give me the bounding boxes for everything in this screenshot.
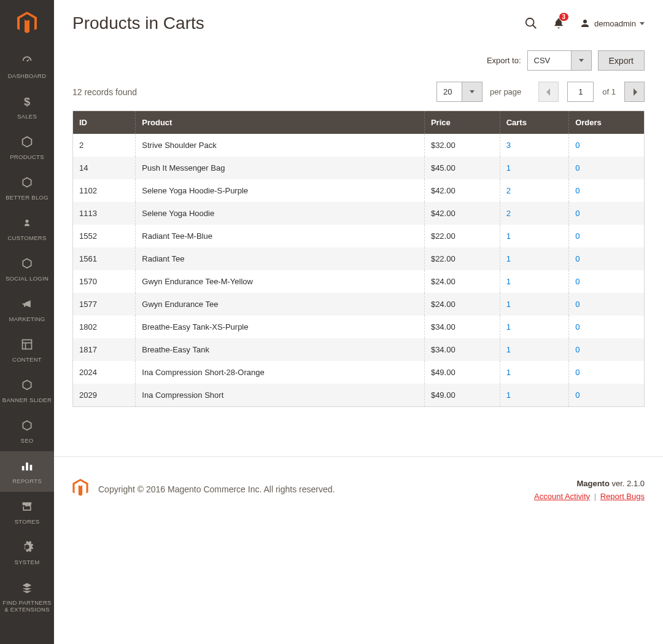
cell-carts[interactable]: 1 [500, 361, 569, 384]
cell-price: $49.00 [424, 361, 500, 384]
hexagon-icon [21, 174, 33, 191]
nav-sales[interactable]: $ SALES [0, 87, 54, 127]
cell-carts[interactable]: 1 [500, 316, 569, 338]
table-row[interactable]: 1113Selene Yoga Hoodie$42.0020 [73, 202, 645, 225]
chevron-down-icon [571, 51, 591, 70]
notifications-button[interactable]: 3 [552, 17, 565, 30]
nav-partners[interactable]: FIND PARTNERS & EXTENSIONS [0, 573, 54, 620]
account-activity-link[interactable]: Account Activity [534, 492, 590, 501]
cell-carts[interactable]: 1 [500, 338, 569, 361]
nav-bannerslider[interactable]: BANNER SLIDER [0, 370, 54, 411]
table-row[interactable]: 2024Ina Compression Short-28-Orange$49.0… [73, 361, 645, 384]
cell-price: $42.00 [424, 202, 500, 225]
magento-logo[interactable] [0, 0, 54, 46]
cell-orders[interactable]: 0 [569, 293, 645, 316]
table-row[interactable]: 1577Gwyn Endurance Tee$24.0010 [73, 293, 645, 316]
table-row[interactable]: 1561Radiant Tee$22.0010 [73, 247, 645, 270]
nav-reports[interactable]: REPORTS [0, 451, 54, 492]
page-size-select[interactable]: 20 [436, 82, 483, 102]
cell-price: $22.00 [424, 225, 500, 247]
nav-system[interactable]: SYSTEM [0, 532, 54, 573]
next-page-button[interactable] [624, 82, 645, 102]
export-button[interactable]: Export [598, 50, 645, 71]
table-row[interactable]: 1802Breathe-Easy Tank-XS-Purple$34.0010 [73, 316, 645, 338]
nav-betterblog[interactable]: BETTER BLOG [0, 168, 54, 208]
cell-orders[interactable]: 0 [569, 202, 645, 225]
cell-product: Selene Yoga Hoodie [136, 202, 425, 225]
page-number-input[interactable] [567, 82, 594, 102]
cell-orders[interactable]: 0 [569, 225, 645, 247]
cell-orders[interactable]: 0 [569, 361, 645, 384]
header-actions: 3 demoadmin [524, 17, 645, 30]
cell-product: Push It Messenger Bag [136, 157, 425, 179]
cell-product: Gwyn Endurance Tee [136, 293, 425, 316]
nav-seo[interactable]: SEO [0, 411, 54, 451]
search-icon[interactable] [524, 17, 538, 30]
records-count: 12 records found [72, 87, 137, 97]
col-header-price[interactable]: Price [424, 111, 500, 134]
cell-orders[interactable]: 0 [569, 247, 645, 270]
cell-orders[interactable]: 0 [569, 179, 645, 202]
col-header-id[interactable]: ID [73, 111, 136, 134]
dollar-icon: $ [21, 93, 33, 110]
table-row[interactable]: 2029Ina Compression Short$49.0010 [73, 384, 645, 407]
cell-orders[interactable]: 0 [569, 134, 645, 157]
col-header-product[interactable]: Product [136, 111, 425, 134]
cell-id: 1552 [73, 225, 136, 247]
report-bugs-link[interactable]: Report Bugs [600, 492, 645, 501]
cell-price: $24.00 [424, 293, 500, 316]
grid-toolbar: 12 records found 20 per page of 1 [54, 71, 663, 111]
hexagon-icon [21, 417, 33, 434]
nav-sociallogin[interactable]: SOCIAL LOGIN [0, 249, 54, 289]
table-row[interactable]: 2Strive Shoulder Pack$32.0030 [73, 134, 645, 157]
cell-carts[interactable]: 1 [500, 293, 569, 316]
cell-price: $45.00 [424, 157, 500, 179]
cell-id: 1817 [73, 338, 136, 361]
megaphone-icon [20, 295, 34, 312]
nav-content[interactable]: CONTENT [0, 330, 54, 370]
pager: of 1 [538, 82, 645, 102]
cell-orders[interactable]: 0 [569, 316, 645, 338]
cell-price: $24.00 [424, 270, 500, 293]
nav-products[interactable]: PRODUCTS [0, 127, 54, 168]
svg-text:$: $ [24, 95, 30, 108]
cell-product: Breathe-Easy Tank [136, 338, 425, 361]
nav-customers[interactable]: CUSTOMERS [0, 208, 54, 249]
copyright-text: Copyright © 2016 Magento Commerce Inc. A… [98, 484, 335, 494]
cell-product: Ina Compression Short-28-Orange [136, 361, 425, 384]
prev-page-button[interactable] [538, 82, 559, 102]
cell-carts[interactable]: 2 [500, 202, 569, 225]
svg-line-8 [533, 25, 537, 29]
table-row[interactable]: 1570Gwyn Endurance Tee-M-Yellow$24.0010 [73, 270, 645, 293]
nav-marketing[interactable]: MARKETING [0, 289, 54, 330]
cell-price: $22.00 [424, 247, 500, 270]
col-header-orders[interactable]: Orders [569, 111, 645, 134]
nav-dashboard[interactable]: DASHBOARD [0, 46, 54, 87]
user-menu[interactable]: demoadmin [580, 18, 645, 29]
export-format-select[interactable]: CSV [527, 50, 592, 71]
cell-carts[interactable]: 1 [500, 384, 569, 407]
cell-orders[interactable]: 0 [569, 157, 645, 179]
cell-carts[interactable]: 2 [500, 179, 569, 202]
cell-carts[interactable]: 1 [500, 157, 569, 179]
cell-orders[interactable]: 0 [569, 384, 645, 407]
person-icon [22, 214, 32, 231]
cell-product: Radiant Tee [136, 247, 425, 270]
cell-carts[interactable]: 1 [500, 225, 569, 247]
cell-orders[interactable]: 0 [569, 338, 645, 361]
table-row[interactable]: 1102Selene Yoga Hoodie-S-Purple$42.0020 [73, 179, 645, 202]
cell-carts[interactable]: 1 [500, 270, 569, 293]
sidebar: DASHBOARD $ SALES PRODUCTS BETTER BLOG C… [0, 0, 54, 644]
cell-price: $32.00 [424, 134, 500, 157]
cell-carts[interactable]: 1 [500, 247, 569, 270]
cell-price: $34.00 [424, 316, 500, 338]
table-row[interactable]: 1817Breathe-Easy Tank$34.0010 [73, 338, 645, 361]
nav-stores[interactable]: STORES [0, 492, 54, 532]
table-row[interactable]: 14Push It Messenger Bag$45.0010 [73, 157, 645, 179]
svg-point-7 [526, 18, 534, 26]
page-title: Products in Carts [72, 14, 204, 33]
col-header-carts[interactable]: Carts [500, 111, 569, 134]
table-row[interactable]: 1552Radiant Tee-M-Blue$22.0010 [73, 225, 645, 247]
cell-carts[interactable]: 3 [500, 134, 569, 157]
cell-orders[interactable]: 0 [569, 270, 645, 293]
